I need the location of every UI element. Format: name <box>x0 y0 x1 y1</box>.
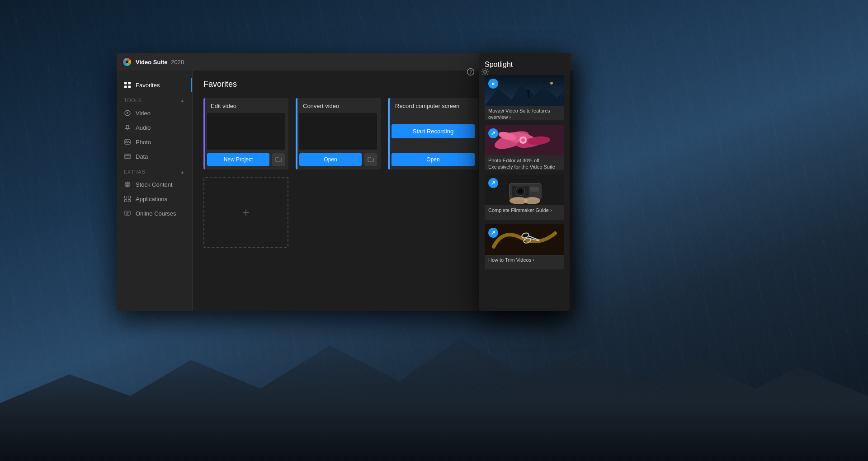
convert-open-button[interactable]: Open <box>299 153 362 166</box>
sidebar-video-label: Video <box>136 110 151 117</box>
sidebar-data-label: Data <box>136 153 148 160</box>
svg-rect-12 <box>125 154 130 159</box>
help-button[interactable]: ? <box>466 67 476 77</box>
spotlight-panel: Spotlight ▶ Movavi Video Su <box>479 53 570 311</box>
settings-button[interactable] <box>480 67 490 77</box>
extras-label: EXTRAS <box>124 169 145 174</box>
svg-rect-46 <box>530 187 539 192</box>
edit-video-header: Edit video <box>203 98 288 113</box>
svg-rect-17 <box>125 196 127 198</box>
convert-video-card: Convert video Open <box>296 98 381 169</box>
sidebar-item-audio[interactable]: Audio <box>117 120 192 135</box>
app-title-bold: Video Suite <box>136 59 168 66</box>
sidebar-item-data[interactable]: Data <box>117 149 192 164</box>
spotlight-filmmaker-link <box>488 178 498 188</box>
spotlight-photo-link <box>488 128 498 138</box>
extras-section-header: EXTRAS ▲ <box>117 164 192 177</box>
record-screen-footer: Open <box>388 150 478 169</box>
spotlight-photo-label: Photo Editor at 30% off! Exclusively for… <box>485 155 564 170</box>
record-screen-body: Start Recording <box>388 113 478 150</box>
spotlight-filmmaker-label: Complete Filmmaker Guide › <box>485 205 564 215</box>
record-screen-header: Record computer screen <box>388 98 478 113</box>
svg-rect-10 <box>125 140 130 144</box>
svg-point-31 <box>527 90 530 93</box>
sidebar-item-favorites[interactable]: Favorites <box>117 78 192 92</box>
extras-chevron: ▲ <box>180 169 185 174</box>
sidebar-item-photo[interactable]: Photo <box>117 135 192 149</box>
svg-rect-4 <box>124 86 127 89</box>
convert-video-folder-button[interactable] <box>364 153 377 166</box>
svg-rect-19 <box>125 200 127 202</box>
sidebar-applications-label: Applications <box>136 196 167 202</box>
add-favorite-card[interactable]: + <box>203 177 288 248</box>
tools-section-header: TOOLS ▲ <box>117 92 192 106</box>
sidebar: Favorites TOOLS ▲ Video <box>117 71 193 311</box>
sidebar-item-stock-content[interactable]: Stock Content <box>117 177 192 192</box>
edit-video-accent <box>203 98 205 169</box>
sidebar-item-video[interactable]: Video <box>117 106 192 120</box>
spotlight-features-label: Movavi Video Suite features overview › <box>485 106 564 120</box>
sidebar-item-applications[interactable]: Applications <box>117 192 192 206</box>
audio-icon <box>124 124 131 131</box>
convert-video-accent <box>296 98 297 169</box>
add-icon: + <box>242 205 250 220</box>
spotlight-trim-label: How to Trim Videos › <box>485 255 564 265</box>
tools-label: TOOLS <box>124 98 142 103</box>
edit-video-folder-button[interactable] <box>272 153 285 166</box>
courses-icon <box>124 210 131 217</box>
svg-rect-30 <box>528 92 529 98</box>
spotlight-title: Spotlight <box>485 61 564 69</box>
record-open-button[interactable]: Open <box>392 153 475 166</box>
svg-marker-7 <box>127 112 129 114</box>
edit-video-preview <box>207 113 285 150</box>
photo-icon <box>124 138 131 146</box>
svg-rect-3 <box>128 82 131 85</box>
svg-rect-20 <box>128 200 131 202</box>
svg-point-29 <box>550 82 553 85</box>
stock-icon <box>124 181 131 188</box>
sidebar-audio-label: Audio <box>136 124 151 131</box>
sidebar-item-online-courses[interactable]: Online Courses <box>117 206 192 221</box>
spotlight-trim-link <box>488 228 498 238</box>
top-controls: ? <box>466 67 490 77</box>
new-project-button[interactable]: New Project <box>207 153 269 166</box>
svg-point-26 <box>484 71 486 73</box>
svg-point-48 <box>524 197 540 204</box>
spotlight-card-features[interactable]: ▶ Movavi Video Suite features overview › <box>485 75 564 120</box>
edit-video-card: Edit video New Project <box>203 98 288 169</box>
record-screen-title: Record computer screen <box>395 103 459 109</box>
convert-video-preview <box>299 113 377 150</box>
applications-icon <box>124 195 131 202</box>
record-screen-card: Record computer screen Start Recording O… <box>388 98 478 169</box>
svg-rect-2 <box>124 82 127 85</box>
convert-video-header: Convert video <box>296 98 381 113</box>
svg-text:?: ? <box>469 70 472 75</box>
sidebar-courses-label: Online Courses <box>136 210 176 217</box>
sidebar-photo-label: Photo <box>136 139 151 146</box>
app-logo <box>122 57 132 67</box>
svg-point-45 <box>519 190 522 193</box>
svg-point-1 <box>126 61 128 63</box>
svg-point-39 <box>521 138 525 142</box>
sidebar-stock-label: Stock Content <box>136 181 173 188</box>
svg-rect-8 <box>126 125 129 129</box>
start-recording-button[interactable]: Start Recording <box>392 124 475 138</box>
spotlight-card-filmmaker[interactable]: Complete Filmmaker Guide › <box>485 174 564 220</box>
tools-chevron: ▲ <box>180 98 185 103</box>
svg-rect-18 <box>128 196 131 198</box>
spotlight-features-play: ▶ <box>488 79 498 89</box>
app-title-year: 2020 <box>171 59 184 66</box>
video-icon <box>124 109 131 117</box>
edit-video-footer: New Project <box>203 150 288 169</box>
convert-video-footer: Open <box>296 150 381 169</box>
grid-icon <box>124 81 131 89</box>
svg-rect-5 <box>128 86 131 89</box>
record-screen-accent <box>388 98 390 169</box>
edit-video-title: Edit video <box>211 103 236 109</box>
data-icon <box>124 153 131 160</box>
spotlight-card-photo-editor[interactable]: Photo Editor at 30% off! Exclusively for… <box>485 125 564 170</box>
spotlight-card-trim[interactable]: How to Trim Videos › <box>485 224 564 269</box>
convert-video-title: Convert video <box>303 103 339 109</box>
sidebar-favorites-label: Favorites <box>136 82 160 89</box>
